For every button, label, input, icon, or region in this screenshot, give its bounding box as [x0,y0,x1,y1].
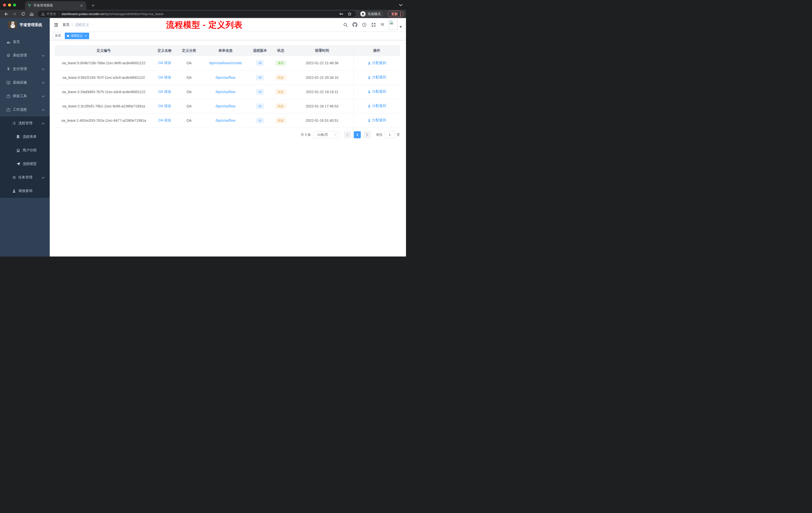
not-secure-label[interactable]: 不安全 [47,12,56,16]
sidebar-item-label: 用户分组 [23,148,37,153]
workflow-submenu: 流程管理 流程表单 用户分组 流程模型 [0,117,50,198]
caret-down-icon [400,24,402,30]
yen-icon: ¥ [6,67,10,71]
dashboard-icon [6,40,10,44]
home-button[interactable] [28,11,35,17]
sidebar-item-payment[interactable]: ¥ 支付管理 [0,62,50,76]
tag-close-icon[interactable]: ✕ [85,34,87,37]
version-badge[interactable]: v5 [256,60,264,66]
reload-button[interactable] [20,11,27,17]
form-link[interactable]: /bpm/oa/flow [215,118,235,122]
definition-name-link[interactable]: OA 请假 [158,75,171,79]
password-key-icon[interactable] [339,12,344,16]
forward-button[interactable] [11,11,18,17]
version-badge[interactable]: v3 [256,89,264,95]
tab-close-icon[interactable]: ✕ [79,4,84,7]
url-path: /bpm/manager/definition?key=oa_leave [104,12,164,16]
definition-category: OA [176,113,202,127]
tab-search-chevron-icon[interactable] [399,3,403,7]
close-window-button[interactable] [3,3,6,6]
assign-rule-button[interactable]: 分配规则 [368,89,386,94]
page-size-select[interactable]: 10条/页 [314,131,339,138]
form-link[interactable]: /bpm/oa/flow [215,90,235,94]
definition-name-link[interactable]: OA 请假 [158,118,171,122]
chevron-down-icon [42,94,45,98]
search-icon[interactable] [343,23,348,27]
sidebar-item-label: 工作流程 [13,108,27,112]
prev-page-button[interactable] [344,131,351,138]
sidebar-item-process-model[interactable]: 流程模型 [0,157,50,171]
address-bar[interactable]: 不安全 dashboard.yudao.iocoder.cn/bpm/manag… [38,11,356,17]
definition-id: oa_leave:3:1fad3d93-7b75-11ec-a3c8-acde4… [55,85,153,99]
browser-tab[interactable]: 芋道管理系统 ✕ [25,1,86,10]
sidebar-item-home[interactable]: 首页 [0,35,50,49]
minimize-window-button[interactable] [8,3,11,6]
assign-rule-button[interactable]: 分配规则 [368,104,386,108]
user-icon [368,61,371,65]
sidebar-fold-icon[interactable] [54,23,58,27]
sidebar-item-label: 系统管理 [13,53,27,58]
browser-update-button[interactable]: 更新 [388,11,404,17]
version-badge[interactable]: v2 [256,103,264,109]
tag-label: 流程定义 [70,34,83,38]
definition-id: oa_leave:1:482ec033-762a-11ec-8477-a2380… [55,113,153,127]
sidebar-item-process-form[interactable]: 流程表单 [0,130,50,144]
chevron-down-icon [42,175,45,179]
version-badge[interactable]: v4 [256,75,264,80]
chevron-down-icon [42,67,45,71]
tag-process-definition[interactable]: 流程定义 ✕ [65,33,89,39]
sidebar-item-leave-query[interactable]: 请假查询 [0,184,50,198]
definition-id: oa_leave:4:991f2193-7b7f-11ec-a3c8-acde4… [55,70,153,85]
status-badge: 激活 [275,60,286,66]
tag-home[interactable]: 首页 [53,33,63,39]
user-avatar-menu[interactable] [389,20,402,30]
browser-tabstrip: 芋道管理系统 ✕ + [0,0,406,10]
definition-category: OA [176,56,202,70]
table-row: oa_leave:4:991f2193-7b7f-11ec-a3c8-acde4… [55,70,400,85]
chevron-down-icon [42,81,45,85]
sidebar-item-workflow[interactable]: 工作流程 [0,103,50,117]
sidebar-item-dev-tools[interactable]: 研发工具 [0,89,50,103]
next-page-button[interactable] [364,131,371,138]
definition-name-link[interactable]: OA 请假 [158,104,171,108]
sidebar-item-user-group[interactable]: 用户分组 [0,144,50,157]
app-navbar: 首页 / 流程定义 流程模型 - 定义列表 ? [50,18,406,32]
breadcrumb-current: 流程定义 [75,23,89,27]
new-tab-button[interactable]: + [90,1,97,10]
sidebar-item-task-management[interactable]: 任务管理 [0,171,50,184]
active-dot [67,35,69,37]
pagination: 共 5 条 10条/页 1 前往 页 [55,131,400,138]
assign-rule-button[interactable]: 分配规则 [368,61,386,65]
sidebar-item-label: 支付管理 [13,67,27,71]
user-icon [368,76,371,79]
sidebar-item-system[interactable]: ⚙ 系统管理 [0,49,50,62]
assign-rule-button[interactable]: 分配规则 [368,75,386,80]
monitor-icon [6,81,10,85]
user-icon [368,104,371,108]
definition-name-link[interactable]: OA 请假 [158,90,171,94]
deploy-time: 2022-01-16 17:46:53 [291,99,353,113]
github-icon[interactable] [352,22,357,27]
goto-page-input[interactable] [385,131,395,138]
assign-rule-button[interactable]: 分配规则 [368,118,386,122]
font-size-icon[interactable]: TT [381,23,384,27]
sidebar-item-infrastructure[interactable]: 基础设施 [0,76,50,89]
table-row: oa_leave:2:3c1f0ef1-76b1-11ec-9c66-a2380… [55,99,400,113]
sidebar-item-process-management[interactable]: 流程管理 [0,117,50,130]
form-link[interactable]: /bpm/oa/flow [215,76,235,80]
bookmark-star-icon[interactable] [348,12,352,16]
back-button[interactable] [2,11,9,17]
help-question-icon[interactable]: ? [362,23,367,27]
version-badge[interactable]: v1 [256,118,264,123]
definition-name-link[interactable]: OA 请假 [158,61,171,65]
fullscreen-icon[interactable] [371,23,376,27]
favicon-leaf-icon [28,4,31,7]
form-link[interactable]: /bpm/oa/leave/create [209,61,242,65]
sidebar-item-label: 流程表单 [23,134,37,139]
breadcrumb-home[interactable]: 首页 [62,23,69,27]
form-link[interactable]: /bpm/oa/flow [215,104,235,108]
zoom-window-button[interactable] [13,3,16,6]
page-number-current[interactable]: 1 [354,131,361,138]
sidebar-logo[interactable]: 芋道管理系统 [0,18,50,32]
table-header-row: 定义编号 定义名称 定义分类 表单信息 流程版本 状态 部署时间 操作 [55,45,400,56]
